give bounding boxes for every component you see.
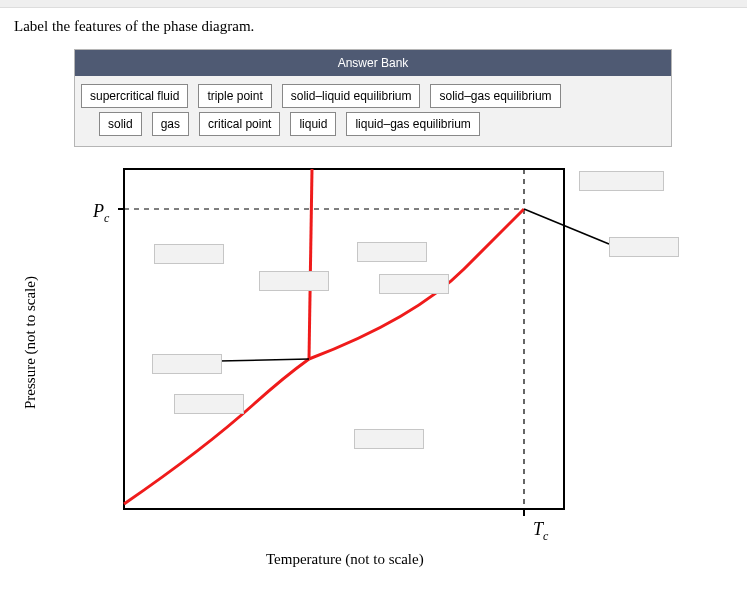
x-axis-label: Temperature (not to scale) (266, 551, 424, 568)
svg-line-7 (524, 209, 609, 244)
chip-gas[interactable]: gas (152, 112, 189, 136)
drop-zone-gas-region[interactable] (354, 429, 424, 449)
worksheet: Answer Bank supercritical fluid triple p… (34, 49, 734, 589)
chip-supercritical-fluid[interactable]: supercritical fluid (81, 84, 188, 108)
chip-solid-liquid-equilibrium[interactable]: solid–liquid equilibrium (282, 84, 421, 108)
y-axis-label: Pressure (not to scale) (22, 276, 39, 409)
answer-bank-title: Answer Bank (75, 50, 671, 76)
chip-critical-point[interactable]: critical point (199, 112, 280, 136)
question-prompt: Label the features of the phase diagram. (14, 18, 733, 35)
chip-solid-gas-equilibrium[interactable]: solid–gas equilibrium (430, 84, 560, 108)
tc-label: Tc (533, 519, 548, 544)
drop-zone-sl-boundary[interactable] (259, 271, 329, 291)
pc-label: Pc (93, 201, 109, 226)
drop-zone-lg-boundary[interactable] (379, 274, 449, 294)
drop-zone-triple-point[interactable] (152, 354, 222, 374)
drop-zone-critical-point[interactable] (609, 237, 679, 257)
svg-line-5 (309, 169, 312, 359)
svg-line-6 (219, 359, 309, 361)
chip-liquid-gas-equilibrium[interactable]: liquid–gas equilibrium (346, 112, 479, 136)
answer-bank: Answer Bank supercritical fluid triple p… (74, 49, 672, 147)
diagram-svg (34, 149, 734, 589)
chip-liquid[interactable]: liquid (290, 112, 336, 136)
phase-diagram: Pressure (not to scale) Temperature (not… (34, 149, 734, 589)
drop-zone-liquid-upper[interactable] (357, 242, 427, 262)
drop-zone-left-upper[interactable] (154, 244, 224, 264)
chip-solid[interactable]: solid (99, 112, 142, 136)
drop-zone-top-right[interactable] (579, 171, 664, 191)
drop-zone-sg-boundary[interactable] (174, 394, 244, 414)
chip-triple-point[interactable]: triple point (198, 84, 271, 108)
